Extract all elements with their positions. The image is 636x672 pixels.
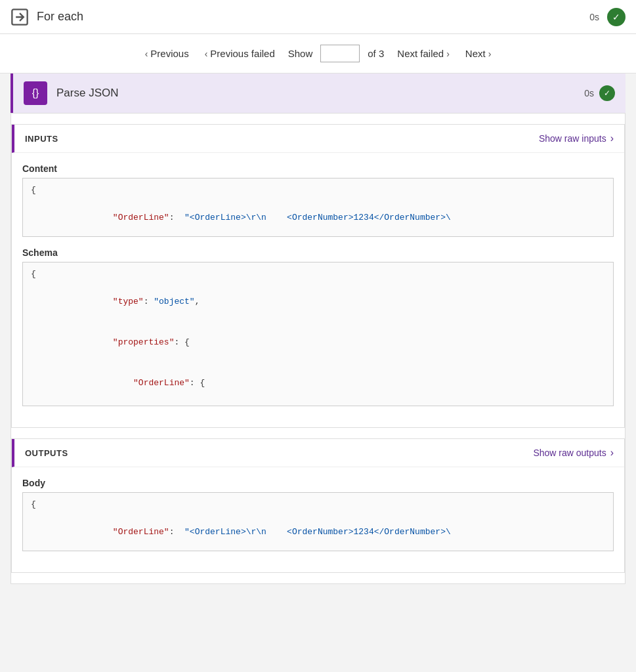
inputs-title: INPUTS [25,134,58,144]
main-container: {} Parse JSON 0s ✓ INPUTS Show raw input… [0,74,636,605]
show-raw-outputs-label: Show raw outputs [533,448,606,458]
body-line-2: "OrderLine": "<OrderLine>\r\n <OrderNumb… [31,512,605,551]
content-code-box[interactable]: { "OrderLine": "<OrderLine>\r\n <OrderNu… [22,178,614,237]
action-title: Parse JSON [56,87,584,100]
inputs-header: INPUTS Show raw inputs › [12,125,624,153]
outputs-title: OUTPUTS [25,448,68,458]
schema-code-box[interactable]: { "type": "object", "properties": { "Ord… [22,262,614,406]
top-bar-title: For each [37,10,83,24]
action-header: {} Parse JSON 0s ✓ [11,74,625,113]
show-label: Show [288,48,313,59]
show-raw-outputs-button[interactable]: Show raw outputs › [533,447,614,459]
previous-button[interactable]: ‹ Previous [140,45,194,62]
previous-failed-button[interactable]: ‹ Previous failed [200,45,280,62]
content-line-2: "OrderLine": "<OrderLine>\r\n <OrderNumb… [31,198,605,237]
previous-failed-chevron-icon: ‹ [205,49,208,59]
action-icon: {} [24,81,47,105]
outputs-header: OUTPUTS Show raw outputs › [12,439,624,467]
next-failed-button[interactable]: Next failed › [392,45,455,62]
schema-line-3: "properties": { [31,322,605,363]
body-label: Body [22,478,614,488]
body-line-1: { [31,498,605,512]
previous-chevron-icon: ‹ [145,49,148,59]
schema-line-5: "type": "string" [31,404,605,406]
previous-failed-label: Previous failed [210,48,274,59]
outputs-body: Body { "OrderLine": "<OrderLine>\r\n <Or… [12,467,624,572]
action-success-icon: ✓ [599,85,615,101]
inputs-section: INPUTS Show raw inputs › Content { "Orde… [11,124,625,428]
next-button[interactable]: Next › [460,45,497,62]
next-failed-label: Next failed [397,48,444,59]
show-raw-inputs-icon: › [610,133,614,144]
schema-line-4: "OrderLine": { [31,364,605,404]
next-chevron-icon: › [488,49,492,59]
action-icon-symbol: {} [32,87,39,99]
show-raw-inputs-button[interactable]: Show raw inputs › [539,133,614,144]
outputs-section: OUTPUTS Show raw outputs › Body { "Order… [11,438,625,573]
next-failed-chevron-icon: › [446,49,450,59]
content-line-1: { [31,184,605,198]
next-label: Next [465,48,486,59]
top-bar-badge: 0s [589,12,599,22]
navigation-bar: ‹ Previous ‹ Previous failed Show 1 of 3… [0,34,636,74]
inputs-body: Content { "OrderLine": "<OrderLine>\r\n … [12,153,624,427]
loop-icon [11,8,29,26]
previous-label: Previous [150,48,188,59]
of-label: of 3 [368,48,384,59]
top-bar: For each 0s ✓ [0,0,636,34]
schema-line-1: { [31,268,605,282]
content-label: Content [22,163,614,174]
action-duration: 0s [584,88,594,98]
page-input[interactable]: 1 [320,45,360,62]
content-wrapper: INPUTS Show raw inputs › Content { "Orde… [11,113,625,584]
top-bar-check: ✓ [607,8,625,26]
body-code-box[interactable]: { "OrderLine": "<OrderLine>\r\n <OrderNu… [22,492,614,551]
top-bar-left: For each [11,8,83,26]
show-raw-outputs-icon: › [610,447,614,459]
show-raw-inputs-label: Show raw inputs [539,133,606,144]
schema-label: Schema [22,247,614,258]
schema-line-2: "type": "object", [31,282,605,322]
